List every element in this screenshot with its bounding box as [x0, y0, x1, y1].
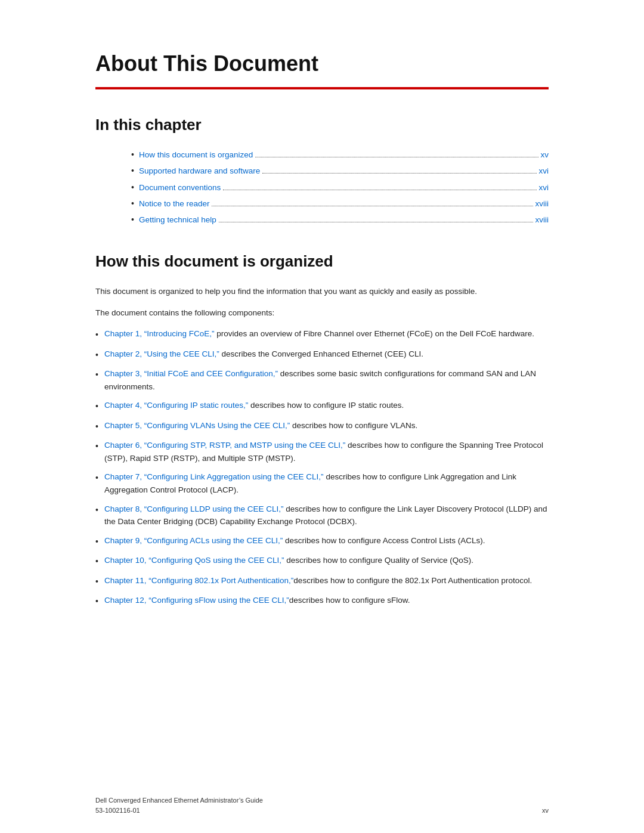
chapter-list-item-text: Chapter 6, “Configuring STP, RSTP, and M… — [104, 439, 549, 465]
page-title: About This Document — [95, 48, 549, 80]
footer-page-number: xv — [542, 806, 549, 816]
chapter-list-item-text: Chapter 4, “Configuring IP static routes… — [104, 399, 404, 412]
toc-list: How this document is organizedxvSupporte… — [95, 148, 549, 226]
how-organized-section: How this document is organized This docu… — [95, 250, 549, 608]
section-content: This document is organized to help you f… — [95, 285, 549, 608]
chapter-link[interactable]: Chapter 2, “Using the CEE CLI,” — [104, 349, 219, 358]
chapter-list-item-text: Chapter 11, “Configuring 802.1x Port Aut… — [104, 574, 532, 587]
toc-dots — [212, 206, 532, 206]
chapter-link[interactable]: Chapter 9, “Configuring ACLs using the C… — [104, 536, 283, 545]
chapter-link[interactable]: Chapter 7, “Configuring Link Aggregation… — [104, 472, 324, 481]
toc-link[interactable]: Getting technical help — [139, 214, 216, 226]
chapter-link[interactable]: Chapter 6, “Configuring STP, RSTP, and M… — [104, 441, 345, 450]
toc-dots — [255, 157, 538, 157]
toc-page-number: xvi — [539, 182, 549, 194]
toc-link[interactable]: Notice to the reader — [139, 198, 210, 210]
toc-item: Getting technical helpxviii — [131, 213, 549, 226]
chapter-list-item: Chapter 1, “Introducing FCoE,” provides … — [95, 327, 549, 341]
chapter-list-item: Chapter 8, “Configuring LLDP using the C… — [95, 503, 549, 528]
chapter-list-item-text: Chapter 1, “Introducing FCoE,” provides … — [104, 327, 534, 340]
toc-page-number: xviii — [535, 214, 549, 226]
chapter-list-item-text: Chapter 7, “Configuring Link Aggregation… — [104, 470, 549, 496]
footer: Dell Converged Enhanced Ethernet Adminis… — [95, 795, 549, 815]
page-container: About This Document In this chapter How … — [0, 0, 644, 833]
chapter-list-item: Chapter 2, “Using the CEE CLI,” describe… — [95, 348, 549, 361]
red-rule-divider — [95, 87, 549, 89]
in-this-chapter-section: In this chapter How this document is org… — [95, 113, 549, 226]
in-this-chapter-heading: In this chapter — [95, 113, 549, 137]
footer-left: Dell Converged Enhanced Ethernet Adminis… — [95, 795, 263, 815]
chapter-list: Chapter 1, “Introducing FCoE,” provides … — [95, 327, 549, 608]
chapter-list-item-text: Chapter 10, “Configuring QoS using the C… — [104, 554, 473, 567]
chapter-list-item-text: Chapter 5, “Configuring VLANs Using the … — [104, 419, 417, 432]
chapter-list-item: Chapter 3, “Initial FCoE and CEE Configu… — [95, 367, 549, 393]
toc-page-number: xvi — [539, 165, 549, 177]
chapter-list-item: Chapter 10, “Configuring QoS using the C… — [95, 554, 549, 568]
toc-dots — [262, 173, 536, 174]
chapter-list-item: Chapter 12, “Configuring sFlow using the… — [95, 594, 549, 608]
chapter-list-item: Chapter 5, “Configuring VLANs Using the … — [95, 419, 549, 433]
chapter-list-item-text: Chapter 9, “Configuring ACLs using the C… — [104, 534, 485, 547]
footer-doc-number: 53-1002116-01 — [95, 806, 263, 816]
toc-dots — [223, 190, 536, 190]
toc-link[interactable]: Document conventions — [139, 182, 221, 194]
chapter-link[interactable]: Chapter 3, “Initial FCoE and CEE Configu… — [104, 369, 278, 378]
chapter-link[interactable]: Chapter 10, “Configuring QoS using the C… — [104, 556, 284, 565]
chapter-list-item-text: Chapter 12, “Configuring sFlow using the… — [104, 594, 410, 607]
toc-item: Document conventionsxvi — [131, 181, 549, 194]
chapter-list-item: Chapter 6, “Configuring STP, RSTP, and M… — [95, 439, 549, 465]
chapter-list-item-text: Chapter 8, “Configuring LLDP using the C… — [104, 503, 549, 528]
toc-link[interactable]: How this document is organized — [139, 149, 253, 161]
toc-item: Supported hardware and softwarexvi — [131, 165, 549, 177]
chapter-list-item-text: Chapter 2, “Using the CEE CLI,” describe… — [104, 348, 423, 361]
toc-item: How this document is organizedxv — [131, 148, 549, 161]
toc-link[interactable]: Supported hardware and software — [139, 165, 260, 177]
chapter-link[interactable]: Chapter 5, “Configuring VLANs Using the … — [104, 421, 290, 430]
toc-item: Notice to the readerxviii — [131, 197, 549, 210]
toc-dots — [219, 222, 533, 222]
chapter-link[interactable]: Chapter 11, “Configuring 802.1x Port Aut… — [104, 576, 293, 585]
chapter-list-item: Chapter 9, “Configuring ACLs using the C… — [95, 534, 549, 548]
chapter-link[interactable]: Chapter 4, “Configuring IP static routes… — [104, 401, 248, 410]
chapter-list-item: Chapter 11, “Configuring 802.1x Port Aut… — [95, 574, 549, 588]
chapter-link[interactable]: Chapter 12, “Configuring sFlow using the… — [104, 596, 289, 605]
chapter-link[interactable]: Chapter 1, “Introducing FCoE,” — [104, 329, 215, 338]
intro-paragraph-1: This document is organized to help you f… — [95, 285, 549, 298]
how-organized-heading: How this document is organized — [95, 250, 549, 273]
toc-page-number: xviii — [535, 198, 549, 210]
chapter-link[interactable]: Chapter 8, “Configuring LLDP using the C… — [104, 504, 284, 513]
chapter-list-item: Chapter 7, “Configuring Link Aggregation… — [95, 470, 549, 496]
intro-paragraph-2: The document contains the following comp… — [95, 306, 549, 320]
chapter-list-item: Chapter 4, “Configuring IP static routes… — [95, 399, 549, 413]
toc-page-number: xv — [541, 149, 549, 161]
chapter-list-item-text: Chapter 3, “Initial FCoE and CEE Configu… — [104, 367, 549, 393]
footer-title: Dell Converged Enhanced Ethernet Adminis… — [95, 795, 263, 806]
